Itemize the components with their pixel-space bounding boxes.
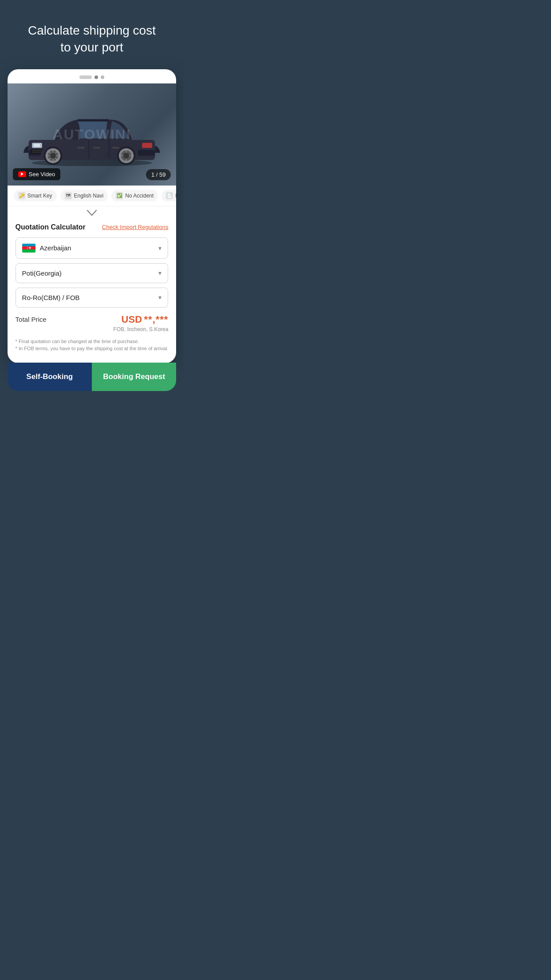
feature-english-navi: 🗺 English Navi (60, 190, 108, 202)
feature-no-accident-label: No Accident (125, 193, 153, 199)
booking-request-button[interactable]: Booking Request (92, 363, 176, 391)
price-sub: FOB, Incheon, S.Korea (113, 326, 168, 332)
english-navi-icon: 🗺 (65, 192, 72, 199)
price-usd: USD (122, 314, 142, 325)
shipping-field-left: Ro-Ro(CBM) / FOB (22, 294, 80, 301)
see-video-button[interactable]: See Video (13, 168, 61, 180)
svg-rect-4 (138, 150, 155, 156)
svg-rect-6 (34, 144, 40, 147)
see-video-label: See Video (29, 171, 55, 178)
watermark-text: AUTOWINI (52, 126, 131, 142)
price-masked: **,*** (144, 314, 169, 325)
feature-smart-key: 🔑 Smart Key (14, 190, 57, 202)
total-price-label: Total Price (16, 314, 47, 323)
youtube-icon (18, 171, 26, 177)
country-dropdown[interactable]: ☽★ Azerbaijan ▾ (16, 237, 169, 259)
svg-point-19 (50, 153, 56, 159)
page-title: Calculate shipping costto your port (13, 22, 170, 56)
feature-poli: 📄 Poli... (161, 190, 176, 202)
self-booking-button[interactable]: Self-Booking (8, 363, 92, 391)
main-card: AUTOWINI See Video 1 / 59 🔑 Smart Key 🗺 … (8, 69, 177, 363)
flag-mid-stripe: ☽★ (22, 246, 35, 249)
price-value: USD **,*** (113, 314, 168, 325)
quotation-header: Quotation Calculator Check Import Regula… (16, 223, 169, 231)
shipping-value: Ro-Ro(CBM) / FOB (22, 294, 80, 301)
carousel-dots (8, 69, 177, 83)
dot-3 (101, 75, 104, 79)
no-accident-icon: ✅ (116, 192, 123, 199)
features-row: 🔑 Smart Key 🗺 English Navi ✅ No Accident… (8, 186, 177, 206)
feature-poli-label: Poli... (175, 193, 176, 199)
svg-rect-15 (112, 147, 119, 149)
disclaimer-line1: * Final quotation can be changed at the … (16, 338, 169, 345)
azerbaijan-flag: ☽★ (22, 244, 35, 253)
svg-rect-13 (78, 147, 85, 149)
disclaimer-line2: * In FOB terms, you have to pay the ship… (16, 345, 169, 352)
price-display: USD **,*** FOB, Incheon, S.Korea (113, 314, 168, 332)
flag-bot-stripe (22, 249, 35, 253)
quotation-title: Quotation Calculator (16, 223, 86, 231)
port-field-left: Poti(Georgia) (22, 269, 62, 277)
country-field-left: ☽★ Azerbaijan (22, 244, 71, 253)
smart-key-icon: 🔑 (18, 192, 25, 199)
car-image-container: AUTOWINI See Video 1 / 59 (8, 83, 177, 186)
svg-rect-14 (93, 147, 100, 149)
feature-no-accident: ✅ No Accident (111, 190, 158, 202)
port-chevron-icon: ▾ (158, 269, 161, 277)
port-value: Poti(Georgia) (22, 269, 62, 277)
port-dropdown[interactable]: Poti(Georgia) ▾ (16, 263, 169, 283)
shipping-chevron-icon: ▾ (158, 294, 161, 301)
svg-point-31 (123, 153, 129, 159)
disclaimer: * Final quotation can be changed at the … (16, 338, 169, 352)
feature-english-navi-label: English Navi (74, 193, 104, 199)
country-value: Azerbaijan (40, 244, 71, 252)
total-price-row: Total Price USD **,*** FOB, Incheon, S.K… (16, 314, 169, 332)
feature-smart-key-label: Smart Key (28, 193, 52, 199)
header-section: Calculate shipping costto your port (0, 0, 184, 69)
chevron-down-icon (87, 210, 97, 216)
quotation-section: Quotation Calculator Check Import Regula… (8, 218, 177, 363)
expand-chevron[interactable] (8, 206, 177, 218)
bottom-buttons: Self-Booking Booking Request (8, 363, 177, 391)
svg-rect-7 (142, 143, 152, 148)
image-counter: 1 / 59 (146, 169, 171, 180)
country-chevron-icon: ▾ (158, 245, 161, 252)
dot-1 (79, 75, 92, 79)
check-import-link[interactable]: Check Import Regulations (102, 224, 169, 230)
dot-2 (94, 75, 98, 79)
shipping-dropdown[interactable]: Ro-Ro(CBM) / FOB ▾ (16, 288, 169, 308)
poli-icon: 📄 (166, 192, 173, 199)
svg-rect-2 (78, 119, 109, 122)
